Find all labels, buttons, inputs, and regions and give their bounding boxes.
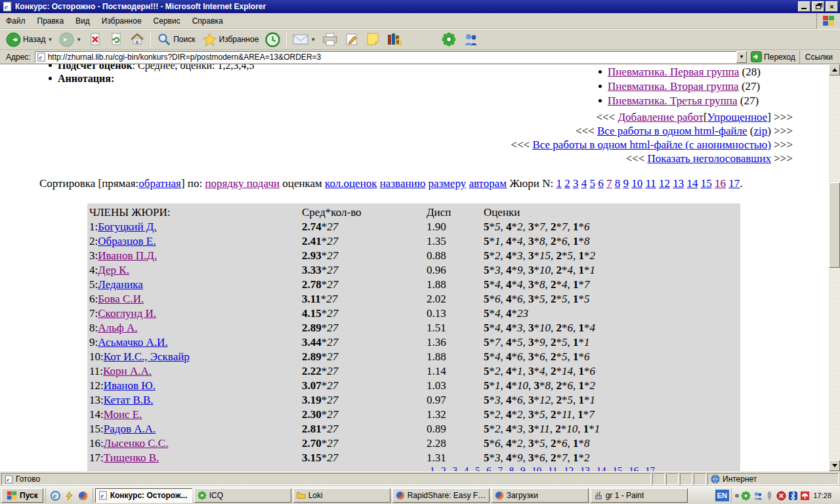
vertical-scrollbar[interactable] — [829, 64, 840, 471]
link[interactable]: кол.оценок — [325, 177, 377, 190]
refresh-button[interactable] — [106, 30, 127, 49]
discuss-button[interactable] — [362, 30, 383, 49]
next-jury-number-link[interactable]: 11 — [548, 465, 557, 471]
icq-toolbar-button[interactable] — [438, 30, 459, 49]
next-jury-number-link[interactable]: 6 — [486, 465, 492, 471]
jury-member-link[interactable]: Скоглунд И. — [98, 307, 156, 320]
jury-number-link[interactable]: 3 — [573, 177, 579, 190]
jury-number-link[interactable]: 12 — [659, 177, 670, 190]
restore-button[interactable] — [812, 1, 824, 12]
scrollbar-thumb[interactable] — [829, 182, 840, 268]
start-button[interactable]: Пуск — [1, 488, 43, 503]
next-jury-number-link[interactable]: 15 — [612, 465, 622, 471]
research-button[interactable] — [383, 30, 406, 49]
close-button[interactable]: × — [826, 1, 838, 12]
link[interactable]: Все работы в одном html-файле (с анонимн… — [532, 138, 771, 151]
next-jury-number-link[interactable]: 5 — [475, 465, 480, 471]
jury-member-link[interactable]: Корн А.А. — [103, 365, 152, 377]
next-jury-number-link[interactable]: 10 — [532, 465, 541, 471]
messenger-tray-icon[interactable] — [753, 491, 763, 501]
link[interactable]: названию — [380, 177, 426, 190]
security-shield-tray-icon[interactable] — [776, 491, 786, 501]
link[interactable]: авторам — [469, 177, 507, 190]
menu-item-Правка[interactable]: Правка — [32, 16, 70, 26]
jury-member-link[interactable]: Моис Е. — [104, 408, 142, 421]
rocket-tray-icon[interactable] — [765, 491, 774, 501]
next-jury-number-link[interactable]: 4 — [464, 465, 469, 471]
stop-button[interactable] — [85, 30, 106, 49]
mail-button[interactable]: ▼ — [289, 30, 319, 49]
avira-tray-icon[interactable] — [800, 491, 810, 501]
favorites-button[interactable]: Избранное — [199, 30, 262, 49]
next-jury-number-link[interactable]: 3 — [453, 465, 458, 471]
jury-number-link[interactable]: 16 — [715, 177, 726, 190]
jury-member-link[interactable]: Лысенко С.С. — [104, 437, 169, 450]
taskbar-task-icq-flower[interactable]: ICQ — [194, 488, 291, 503]
jury-member-link[interactable]: Образцов Е. — [98, 235, 156, 247]
link[interactable]: обратная — [138, 177, 181, 190]
jury-number-link[interactable]: 10 — [631, 177, 642, 190]
jury-number-link[interactable]: 14 — [687, 177, 698, 190]
forward-button[interactable]: ▼ — [56, 30, 85, 49]
back-dropdown-icon[interactable]: ▼ — [47, 37, 52, 43]
jury-number-link[interactable]: 5 — [589, 177, 595, 190]
address-input[interactable]: e http://zhurnal.lib.ru/cgi-bin/konkurs?… — [35, 51, 736, 63]
menu-item-Вид[interactable]: Вид — [70, 16, 96, 26]
menu-item-Сервис[interactable]: Сервис — [148, 16, 186, 26]
jury-number-link[interactable]: 11 — [645, 177, 656, 190]
next-jury-number-link[interactable]: 2 — [441, 465, 446, 471]
link[interactable]: Показать неголосовавших — [647, 152, 771, 165]
tray-collapse-chevron-icon[interactable]: « — [735, 491, 740, 500]
home-button[interactable] — [127, 30, 148, 49]
link[interactable]: Упрощенное — [707, 111, 768, 123]
bluetooth-tray-icon[interactable] — [788, 491, 798, 501]
lightning-icon[interactable] — [64, 491, 74, 501]
next-jury-number-link[interactable]: 14 — [597, 465, 606, 471]
link[interactable]: размеру — [429, 177, 467, 190]
menu-item-Избранное[interactable]: Избранное — [96, 16, 148, 26]
taskbar-task-paint[interactable]: gr 1 - Paint — [591, 488, 688, 503]
next-jury-number-link[interactable]: 7 — [498, 465, 503, 471]
group-link[interactable]: Пневматика. Третья группа — [608, 94, 738, 107]
go-button[interactable]: Переход — [747, 51, 799, 64]
jury-member-link[interactable]: Кот И.С., Эсквайр — [104, 350, 190, 363]
link[interactable]: Все работы в одном html-файле — [597, 125, 747, 137]
jury-member-link[interactable]: Кетат В.В. — [104, 394, 154, 406]
jury-number-link[interactable]: 9 — [623, 177, 629, 190]
jury-number-link[interactable]: 4 — [581, 177, 587, 190]
jury-number-link[interactable]: 2 — [564, 177, 570, 190]
jury-member-link[interactable]: Леданика — [98, 278, 143, 291]
jury-member-link[interactable]: Радов А.А. — [104, 423, 156, 435]
search-button[interactable]: Поиск — [154, 30, 198, 49]
back-button[interactable]: Назад ▼ — [3, 30, 56, 49]
jury-member-link[interactable]: Иванов П.Д. — [98, 249, 157, 262]
jury-number-link[interactable]: 6 — [598, 177, 604, 190]
jury-member-link[interactable]: Альф А. — [98, 322, 137, 334]
edit-button[interactable] — [341, 30, 362, 49]
taskbar-task-folder[interactable]: Loki — [293, 488, 390, 503]
messenger-toolbar-button[interactable] — [459, 30, 482, 49]
address-dropdown-button[interactable]: ▼ — [736, 51, 747, 63]
scroll-up-button[interactable] — [829, 64, 840, 75]
taskbar-task-ie-page[interactable]: eКонкурс: Осторож... — [95, 488, 192, 503]
next-jury-number-link[interactable]: 17 — [645, 465, 655, 471]
icq-tray-icon[interactable] — [741, 491, 751, 501]
next-jury-number-link[interactable]: 9 — [520, 465, 526, 471]
next-jury-number-link[interactable]: 8 — [509, 465, 514, 471]
print-button[interactable] — [319, 30, 341, 49]
mail-dropdown-icon[interactable]: ▼ — [310, 37, 316, 43]
jury-member-link[interactable]: Дер К. — [98, 264, 129, 276]
language-indicator[interactable]: EN — [715, 490, 729, 501]
jury-member-link[interactable]: Асьмачко А.И. — [98, 336, 167, 348]
menu-item-Файл[interactable]: Файл — [0, 16, 32, 26]
history-button[interactable] — [262, 30, 284, 49]
jury-member-link[interactable]: Иванов Ю. — [104, 379, 156, 392]
next-jury-number-link[interactable]: 13 — [580, 465, 590, 471]
forward-dropdown-icon[interactable]: ▼ — [76, 37, 81, 43]
firefox-quicklaunch-icon[interactable] — [78, 491, 88, 501]
scroll-down-button[interactable] — [829, 460, 840, 471]
link[interactable]: порядку подачи — [205, 177, 280, 190]
jury-number-link[interactable]: 13 — [673, 177, 684, 190]
link[interactable]: Добавление работ — [618, 111, 704, 123]
link[interactable]: zip — [754, 125, 768, 137]
